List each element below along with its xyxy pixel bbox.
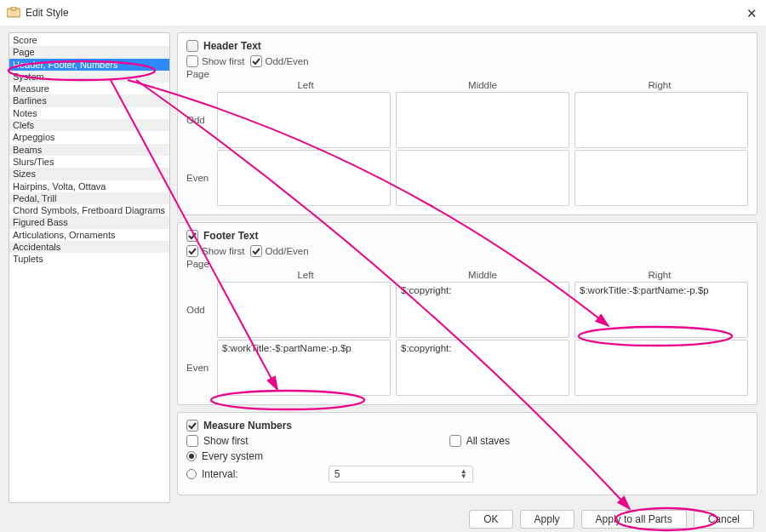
measure-numbers-enable-checkbox[interactable] (186, 420, 198, 432)
footer-col-middle: Middle (394, 270, 571, 280)
footer-group-title: Footer Text (203, 230, 258, 242)
header-odd-right[interactable] (574, 92, 748, 148)
footer-even-middle[interactable]: $:copyright: (396, 340, 569, 396)
sidebar-item-sizes[interactable]: Sizes (9, 168, 169, 180)
sidebar-item-notes[interactable]: Notes (9, 107, 169, 119)
measure-numbers-title: Measure Numbers (203, 420, 292, 432)
sidebar-item-beams[interactable]: Beams (9, 144, 169, 156)
header-even-right[interactable] (574, 150, 748, 206)
header-show-first-label: Show first (202, 56, 245, 66)
footer-row-odd-label: Odd (186, 282, 212, 338)
header-odd-left[interactable] (217, 92, 391, 148)
every-system-radio[interactable] (186, 451, 197, 461)
cancel-button[interactable]: Cancel (694, 510, 754, 529)
button-row: OK Apply Apply to all Parts Cancel (0, 506, 766, 532)
header-odd-middle[interactable] (396, 92, 569, 148)
spin-up-down-icon[interactable]: ▲▼ (460, 469, 467, 479)
header-col-right: Right (571, 80, 748, 90)
footer-oddeven-checkbox[interactable] (250, 245, 262, 257)
footer-oddeven-label: Odd/Even (266, 246, 309, 256)
header-col-left: Left (217, 80, 394, 90)
footer-even-right[interactable] (574, 340, 748, 396)
apply-all-button[interactable]: Apply to all Parts (581, 510, 687, 529)
sidebar-item-score[interactable]: Score (9, 34, 169, 46)
sidebar-item-slurs-ties[interactable]: Slurs/Ties (9, 156, 169, 168)
sidebar-item-articulations[interactable]: Articulations, Ornaments (9, 229, 169, 241)
header-even-middle[interactable] (396, 150, 569, 206)
all-staves-label: All staves (466, 435, 510, 447)
footer-odd-right[interactable]: $:workTitle:-$:partName:-p.$p (574, 282, 748, 338)
every-system-label: Every system (202, 450, 263, 462)
sidebar-item-header-footer-numbers[interactable]: Header, Footer, Numbers (9, 59, 169, 71)
footer-odd-middle[interactable]: $:copyright: (396, 282, 569, 338)
header-group-title: Header Text (203, 40, 261, 52)
footer-odd-left[interactable] (217, 282, 391, 338)
measure-show-first-checkbox[interactable] (186, 435, 198, 447)
dialog-body: Score Page Header, Footer, Numbers Syste… (0, 26, 766, 506)
header-oddeven-checkbox[interactable] (250, 55, 262, 67)
sidebar-item-arpeggios[interactable]: Arpeggios (9, 131, 169, 143)
footer-col-right: Right (571, 270, 748, 280)
category-list[interactable]: Score Page Header, Footer, Numbers Syste… (9, 32, 170, 503)
footer-col-left: Left (217, 270, 394, 280)
header-text-group: Header Text Show first Odd/Even Page Lef… (177, 32, 757, 215)
sidebar-item-pedal[interactable]: Pedal, Trill (9, 192, 169, 204)
sidebar-item-clefs[interactable]: Clefs (9, 119, 169, 131)
svg-rect-1 (11, 7, 16, 10)
interval-label: Interval: (202, 468, 238, 480)
footer-even-left[interactable]: $:workTitle:-$:partName:-p.$p (217, 340, 391, 396)
sidebar-item-chord-symbols[interactable]: Chord Symbols, Fretboard Diagrams (9, 204, 169, 216)
settings-panel: Header Text Show first Odd/Even Page Lef… (177, 32, 757, 503)
footer-enable-checkbox[interactable] (186, 230, 198, 242)
interval-radio[interactable] (186, 469, 197, 479)
sidebar-item-tuplets[interactable]: Tuplets (9, 253, 169, 265)
header-oddeven-label: Odd/Even (266, 56, 309, 66)
interval-spinbox[interactable]: 5 ▲▼ (329, 466, 473, 483)
measure-numbers-group: Measure Numbers Show first All staves Ev… (177, 412, 757, 495)
all-staves-checkbox[interactable] (449, 435, 461, 447)
apply-button[interactable]: Apply (520, 510, 574, 529)
sidebar-item-barlines[interactable]: Barlines (9, 94, 169, 106)
header-row-even-label: Even (186, 150, 212, 206)
footer-show-first-checkbox[interactable] (186, 245, 198, 257)
ok-button[interactable]: OK (469, 510, 512, 529)
app-icon (7, 7, 20, 19)
sidebar-item-figured-bass[interactable]: Figured Bass (9, 216, 169, 228)
sidebar-item-measure[interactable]: Measure (9, 83, 169, 94)
titlebar: Edit Style ✕ (0, 0, 766, 26)
header-enable-checkbox[interactable] (186, 40, 198, 52)
window-title: Edit Style (26, 7, 69, 19)
header-col-middle: Middle (394, 80, 571, 90)
footer-row-even-label: Even (186, 340, 212, 396)
interval-value: 5 (334, 468, 340, 480)
header-even-left[interactable] (217, 150, 391, 206)
sidebar-item-hairpins[interactable]: Hairpins, Volta, Ottava (9, 180, 169, 192)
header-page-label: Page (186, 69, 748, 79)
footer-page-label: Page (186, 259, 748, 269)
sidebar-item-page[interactable]: Page (9, 46, 169, 58)
sidebar-item-system[interactable]: System (9, 71, 169, 83)
footer-text-group: Footer Text Show first Odd/Even Page Lef… (177, 222, 757, 405)
sidebar-item-accidentals[interactable]: Accidentals (9, 241, 169, 253)
header-show-first-checkbox[interactable] (186, 55, 198, 67)
header-row-odd-label: Odd (186, 92, 212, 148)
footer-show-first-label: Show first (202, 246, 245, 256)
measure-show-first-label: Show first (203, 435, 249, 447)
close-icon[interactable]: ✕ (746, 7, 757, 20)
